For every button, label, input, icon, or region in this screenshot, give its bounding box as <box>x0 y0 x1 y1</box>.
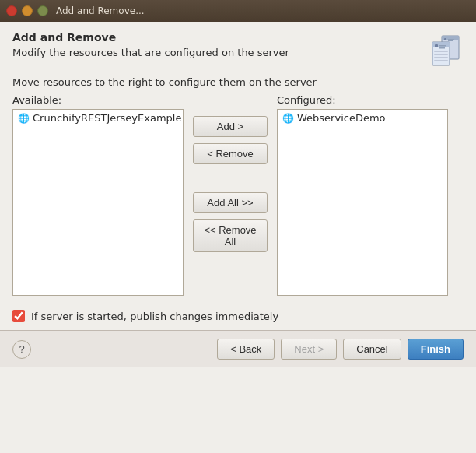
item-icon: 🌐 <box>18 113 30 124</box>
publish-checkbox-area: If server is started, publish changes im… <box>12 304 464 330</box>
available-panel: Available: 🌐 CrunchifyRESTJerseyExample <box>12 94 184 296</box>
close-button[interactable] <box>6 5 17 16</box>
remove-all-button[interactable]: << Remove All <box>193 219 268 252</box>
svg-rect-13 <box>434 60 448 61</box>
server-icon <box>426 31 464 68</box>
transfer-buttons: Add > < Remove Add All >> << Remove All <box>184 94 277 252</box>
titlebar: Add and Remove... <box>0 0 476 22</box>
dialog-body: Add and Remove Modify the resources that… <box>0 22 476 330</box>
configured-panel: Configured: 🌐 WebserviceDemo <box>277 94 448 296</box>
svg-rect-10 <box>434 51 448 52</box>
svg-rect-3 <box>448 39 454 40</box>
dialog-header: Add and Remove Modify the resources that… <box>12 31 464 68</box>
instruction-text: Move resources to the right to configure… <box>12 76 464 88</box>
available-list[interactable]: 🌐 CrunchifyRESTJerseyExample <box>12 109 184 296</box>
svg-rect-11 <box>434 54 448 55</box>
window-title: Add and Remove... <box>56 5 145 16</box>
svg-rect-8 <box>439 45 446 47</box>
dialog-subtitle: Modify the resources that are configured… <box>12 47 289 58</box>
finish-button[interactable]: Finish <box>408 339 464 360</box>
resource-panels: Available: 🌐 CrunchifyRESTJerseyExample … <box>12 94 464 296</box>
minimize-button[interactable] <box>22 5 33 16</box>
configured-label: Configured: <box>277 94 448 106</box>
list-item[interactable]: 🌐 WebserviceDemo <box>278 110 447 126</box>
available-label: Available: <box>12 94 184 106</box>
remove-button[interactable]: < Remove <box>193 143 268 164</box>
add-button[interactable]: Add > <box>193 116 268 137</box>
publish-checkbox[interactable] <box>12 310 25 322</box>
maximize-button[interactable] <box>37 5 48 16</box>
svg-rect-2 <box>444 38 446 40</box>
header-text: Add and Remove Modify the resources that… <box>12 31 289 58</box>
back-button[interactable]: < Back <box>217 339 275 360</box>
item-name: WebserviceDemo <box>297 112 386 124</box>
configured-list[interactable]: 🌐 WebserviceDemo <box>277 109 448 296</box>
next-button[interactable]: Next > <box>281 339 337 360</box>
list-item[interactable]: 🌐 CrunchifyRESTJerseyExample <box>13 110 183 126</box>
dialog-title: Add and Remove <box>12 31 289 44</box>
add-all-button[interactable]: Add All >> <box>193 192 268 213</box>
item-icon: 🌐 <box>282 113 294 124</box>
publish-label[interactable]: If server is started, publish changes im… <box>31 311 278 322</box>
footer-left: ? <box>12 340 31 359</box>
footer-right: < Back Next > Cancel Finish <box>217 339 464 360</box>
help-button[interactable]: ? <box>12 340 31 359</box>
svg-rect-12 <box>434 57 448 58</box>
footer: ? < Back Next > Cancel Finish <box>0 331 476 367</box>
item-name: CrunchifyRESTJerseyExample <box>33 112 181 124</box>
svg-rect-9 <box>439 47 445 49</box>
svg-rect-4 <box>448 40 453 41</box>
cancel-button[interactable]: Cancel <box>343 339 401 360</box>
svg-rect-7 <box>435 44 438 47</box>
